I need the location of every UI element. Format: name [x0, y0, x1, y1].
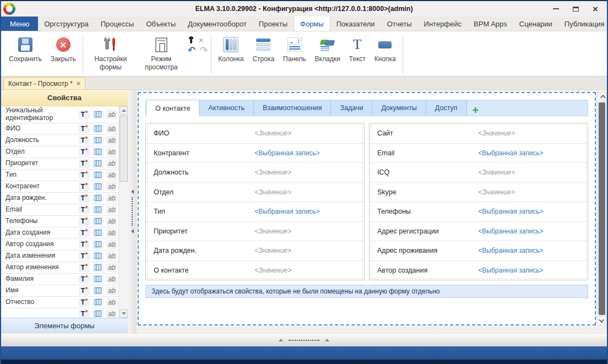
label-ab-icon[interactable]: ab — [106, 148, 117, 156]
table-columns-icon[interactable] — [93, 194, 104, 203]
column-tool-button[interactable]: Колонка — [214, 34, 248, 75]
text-field-icon[interactable]: T* — [79, 286, 90, 295]
form-elements-section[interactable]: Элементы формы — [1, 318, 128, 333]
property-row[interactable]: Тип T* ab — [1, 170, 118, 181]
menu-item[interactable]: Документооборот — [182, 17, 253, 31]
form-field-row[interactable]: Дата рожден. <Значение> — [146, 241, 364, 260]
form-tab[interactable]: О контакте — [146, 100, 199, 116]
text-field-icon[interactable]: T* — [79, 194, 90, 203]
menu-item[interactable]: Публикация — [558, 17, 608, 31]
close-button[interactable]: × Закрыть — [46, 34, 80, 75]
form-tab[interactable]: Доступ — [426, 100, 467, 116]
save-button[interactable]: Сохранить — [4, 34, 46, 75]
sidebar-scroll-thumb[interactable] — [120, 116, 128, 182]
tabs-tool-button[interactable]: Вкладки — [311, 34, 345, 75]
table-columns-icon[interactable] — [93, 240, 104, 249]
text-field-icon[interactable]: T* — [79, 171, 90, 180]
menu-item[interactable]: Объекты — [140, 17, 182, 31]
text-field-icon[interactable]: T* — [79, 263, 90, 272]
label-ab-icon[interactable]: ab — [106, 124, 117, 133]
property-row[interactable]: Автор изменения T* ab — [1, 262, 118, 274]
text-field-icon[interactable]: T* — [79, 182, 90, 191]
form-field-row[interactable]: О контакте <Значение> — [146, 260, 364, 280]
label-ab-icon[interactable]: ab — [106, 217, 117, 226]
text-field-icon[interactable]: T* — [79, 298, 90, 307]
text-field-icon[interactable]: T* — [79, 309, 90, 318]
table-columns-icon[interactable] — [93, 205, 104, 214]
text-field-icon[interactable]: T* — [79, 110, 90, 119]
property-row[interactable]: Email T* ab — [1, 204, 118, 216]
text-field-icon[interactable]: T* — [79, 217, 90, 226]
label-ab-icon[interactable]: ab — [106, 229, 117, 237]
label-ab-icon[interactable]: ab — [106, 263, 117, 272]
label-ab-icon[interactable]: ab — [106, 298, 117, 307]
table-columns-icon[interactable] — [93, 217, 104, 226]
scroll-up-icon[interactable] — [120, 106, 128, 115]
label-ab-icon[interactable]: ab — [106, 240, 117, 249]
document-tab[interactable]: Контакт - Просмотр * × — [3, 77, 85, 89]
text-field-icon[interactable]: T* — [79, 148, 90, 156]
collapse-up-icon[interactable] — [279, 339, 283, 341]
text-field-icon[interactable]: T* — [79, 229, 90, 237]
panel-tool-button[interactable]: ⌄ Панель — [279, 34, 310, 75]
property-row[interactable]: Дата изменения T* ab — [1, 251, 118, 262]
table-columns-icon[interactable] — [93, 309, 104, 318]
form-tab[interactable]: Задачи — [331, 100, 372, 116]
table-columns-icon[interactable] — [93, 182, 104, 191]
form-field-row[interactable]: Автор создания <Выбранная запись> — [370, 260, 588, 280]
property-row[interactable]: Автор создания T* ab — [1, 239, 118, 251]
text-field-icon[interactable]: T* — [79, 275, 90, 284]
form-field-row[interactable]: Приоритет <Значение> — [146, 221, 364, 241]
property-row[interactable]: Уникальный идентификатор T* ab — [1, 106, 118, 123]
form-design-canvas[interactable]: О контакте Активность Взаимоотношения За… — [138, 92, 596, 325]
menu-item[interactable]: Сценарии — [513, 17, 558, 31]
preview-mode-button[interactable]: Режим просмотра — [136, 34, 187, 75]
collapse-up-icon[interactable] — [325, 339, 329, 341]
table-columns-icon[interactable] — [93, 229, 104, 237]
property-row[interactable]: Дата создания T* ab — [1, 227, 118, 239]
redo-button[interactable]: ↷ — [200, 46, 208, 55]
menu-item[interactable]: Меню — [1, 17, 38, 31]
label-ab-icon[interactable]: ab — [106, 205, 117, 214]
collapse-left-icon[interactable] — [131, 229, 134, 233]
text-field-icon[interactable]: T* — [79, 252, 90, 260]
property-row[interactable]: Отчество T* ab — [1, 297, 118, 308]
table-columns-icon[interactable] — [93, 298, 104, 307]
form-field-row[interactable]: Должность <Значение> — [146, 162, 364, 182]
text-field-icon[interactable]: T* — [79, 136, 90, 145]
property-row[interactable]: Фамилия T* ab — [1, 274, 118, 285]
label-ab-icon[interactable]: ab — [106, 286, 117, 295]
mini-wrench-icon[interactable] — [188, 37, 194, 44]
text-field-icon[interactable]: T* — [79, 240, 90, 249]
label-ab-icon[interactable]: ab — [106, 182, 117, 191]
form-field-row[interactable]: Адрес регистрации <Выбранная запись> — [370, 221, 588, 241]
form-column-left[interactable]: ФИО <Значение> Контрагент <Выбранная зап… — [145, 123, 365, 280]
table-columns-icon[interactable] — [93, 252, 104, 260]
label-ab-icon[interactable]: ab — [106, 275, 117, 284]
table-columns-icon[interactable] — [93, 136, 104, 145]
table-columns-icon[interactable] — [93, 124, 104, 133]
splitter-grip[interactable] — [132, 197, 133, 226]
form-settings-button[interactable]: Настройки формы — [85, 34, 136, 75]
button-tool-button[interactable]: Кнопка — [370, 34, 400, 75]
canvas-scrollbar[interactable] — [597, 92, 607, 325]
property-row[interactable]: Контрагент T* ab — [1, 181, 118, 193]
form-field-row[interactable]: ICQ <Значение> — [370, 162, 588, 182]
window-close-button[interactable]: × — [591, 5, 599, 13]
form-field-row[interactable]: Телефоны <Выбранная запись> — [370, 202, 588, 221]
label-ab-icon[interactable]: ab — [106, 252, 117, 260]
menu-item[interactable]: Показатели — [330, 17, 381, 31]
menu-item[interactable]: Отчеты — [381, 17, 418, 31]
menu-item[interactable]: Процессы — [95, 17, 140, 31]
add-tab-button[interactable]: + — [467, 105, 485, 116]
scroll-down-icon[interactable] — [598, 316, 606, 325]
property-row[interactable]: ФИО T* ab — [1, 123, 118, 135]
menu-item[interactable]: Проекты — [253, 17, 294, 31]
text-field-icon[interactable]: T* — [79, 159, 90, 168]
horizontal-splitter[interactable] — [1, 333, 607, 346]
menu-item[interactable]: Интерфейс — [418, 17, 468, 31]
menu-item[interactable]: Формы — [294, 17, 330, 31]
label-ab-icon[interactable]: ab — [106, 309, 117, 318]
property-row[interactable]: Телефоны T* ab — [1, 216, 118, 227]
table-columns-icon[interactable] — [93, 275, 104, 284]
